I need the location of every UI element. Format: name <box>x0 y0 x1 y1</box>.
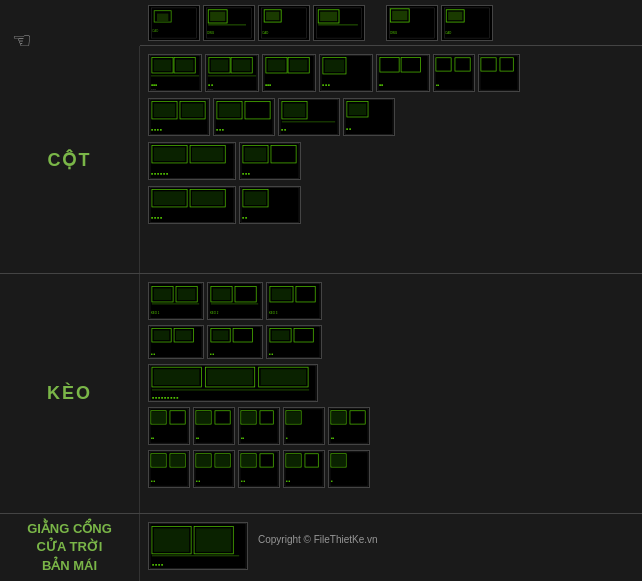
svg-text:■■: ■■ <box>196 436 200 440</box>
svg-rect-200 <box>332 412 345 423</box>
svg-rect-142 <box>272 288 291 300</box>
svg-text:CAD: CAD <box>445 31 451 35</box>
keo-row-2: ■ ■ ■ ■ ■ ■ <box>148 325 634 359</box>
svg-rect-43 <box>211 60 228 72</box>
svg-rect-226 <box>287 455 300 466</box>
cot-thumb-2-2[interactable]: ■ ■ ■ <box>213 98 275 136</box>
cot-thumb-1-2[interactable]: ■ ■COT <box>205 54 259 92</box>
svg-rect-115 <box>154 191 185 205</box>
cot-thumb-1-4[interactable]: ■ ■ ■ <box>319 54 373 92</box>
svg-rect-213 <box>197 455 210 466</box>
top-thumb-1[interactable]: CAD <box>148 5 200 41</box>
keo-thumb-5-5[interactable]: ■ <box>328 450 370 488</box>
svg-text:■ ■: ■ ■ <box>208 83 213 87</box>
keo-label-area: KÈO <box>0 274 140 513</box>
cot-thumb-4-1[interactable]: ■ ■ ■ ■ <box>148 186 236 224</box>
cot-thumb-3-2[interactable]: ■ ■ ■ <box>239 142 301 180</box>
keo-thumb-1-1[interactable]: KEO 1 <box>148 282 204 320</box>
top-thumb-4[interactable] <box>313 5 365 41</box>
svg-text:■: ■ <box>286 436 288 440</box>
cot-row-3: ■ ■ ■ ■ ■ ■ ■ ■ ■ <box>148 142 634 180</box>
cursor-icon: ☜ <box>12 28 32 54</box>
cot-row-1: ■■■COT ■ ■COT ■■■ ■ ■ ■ ■■ ■■ <box>148 54 634 92</box>
keo-row-1: KEO 1 KEO 2 KEO 3 <box>148 282 634 320</box>
keo-thumb-2-2[interactable]: ■ ■ <box>207 325 263 359</box>
keo-thumb-4-4[interactable]: ■ <box>283 407 325 445</box>
cot-thumb-1-1[interactable]: ■■■COT <box>148 54 202 92</box>
svg-text:■ ■: ■ ■ <box>281 128 286 132</box>
svg-text:KEO 2: KEO 2 <box>210 312 219 316</box>
giang-thumb-1[interactable]: ■ ■ ■ ■ <box>148 522 248 570</box>
svg-text:■■■: ■■■ <box>151 83 157 87</box>
svg-rect-97 <box>349 104 366 116</box>
svg-text:■ ■: ■ ■ <box>242 216 247 220</box>
svg-rect-208 <box>171 455 184 466</box>
svg-rect-150 <box>176 330 191 340</box>
top-thumb-6[interactable]: CAD <box>441 5 493 41</box>
svg-text:CAD: CAD <box>262 31 268 35</box>
keo-thumb-5-3[interactable]: ■ ■ <box>238 450 280 488</box>
svg-text:DWG: DWG <box>207 31 214 35</box>
cot-thumb-1-6[interactable]: ■■ <box>433 54 475 92</box>
svg-rect-14 <box>266 11 279 20</box>
cot-thumb-1-7[interactable] <box>478 54 520 92</box>
svg-text:■ ■ ■ ■ ■ ■ ■ ■ ■: ■ ■ ■ ■ ■ ■ ■ ■ ■ <box>152 396 178 400</box>
cot-thumb-2-3[interactable]: ■ ■ <box>278 98 340 136</box>
keo-thumb-4-3[interactable]: ■■ <box>238 407 280 445</box>
svg-rect-171 <box>261 369 306 385</box>
cot-thumb-1-5[interactable]: ■■ <box>376 54 430 92</box>
cot-thumb-3-1[interactable]: ■ ■ ■ ■ ■ ■ <box>148 142 236 180</box>
keo-thumb-1-3[interactable]: KEO 3 <box>266 282 322 320</box>
svg-rect-29 <box>448 11 462 20</box>
main-container: ☜ File Thiết Kế.vn CAD DWG CAD DWG CAD C… <box>0 0 642 581</box>
keo-thumb-2-1[interactable]: ■ ■ <box>148 325 204 359</box>
keo-thumb-5-2[interactable]: ■ ■ <box>193 450 235 488</box>
cot-row-2: ■ ■ ■ ■ ■ ■ ■ ■ ■ ■ ■ <box>148 98 634 136</box>
giang-cong-section: GIẰNG CỔNGCỬA TRỜIBẢN MÁI ■ ■ ■ ■ Copyri… <box>0 514 642 581</box>
keo-thumb-4-1[interactable]: ■■ <box>148 407 190 445</box>
svg-rect-232 <box>332 455 345 466</box>
svg-rect-129 <box>178 288 195 300</box>
cot-label-area: CỘT <box>0 46 140 273</box>
cot-thumb-4-2[interactable]: ■ ■ <box>239 186 301 224</box>
svg-rect-195 <box>287 412 300 423</box>
svg-rect-183 <box>197 412 210 423</box>
svg-rect-135 <box>213 288 230 300</box>
top-thumb-2[interactable]: DWG <box>203 5 255 41</box>
cot-thumb-1-3[interactable]: ■■■ <box>262 54 316 92</box>
svg-rect-78 <box>154 103 175 117</box>
svg-text:■ ■: ■ ■ <box>210 352 215 356</box>
keo-thumb-5-1[interactable]: ■ ■ <box>148 450 190 488</box>
keo-thumb-4-5[interactable]: ■■ <box>328 407 370 445</box>
keo-label: KÈO <box>47 383 92 404</box>
svg-rect-85 <box>219 103 240 117</box>
svg-text:■ ■ ■: ■ ■ ■ <box>322 83 330 87</box>
svg-text:COT: COT <box>208 88 214 91</box>
cot-section: CỘT ■■■COT ■ ■COT ■■■ ■ ■ ■ ■■ ■■ ■ ■ ■ … <box>0 46 642 274</box>
svg-rect-102 <box>154 147 185 161</box>
svg-text:■ ■ ■ ■ ■ ■: ■ ■ ■ ■ ■ ■ <box>151 172 168 176</box>
keo-thumb-5-4[interactable]: ■ ■ <box>283 450 325 488</box>
keo-thumb-1-2[interactable]: KEO 2 <box>207 282 263 320</box>
keo-thumb-2-3[interactable]: ■ ■ <box>266 325 322 359</box>
svg-text:■■■: ■■■ <box>265 83 271 87</box>
top-thumb-5[interactable]: DWG <box>386 5 438 41</box>
giang-cong-label: GIẰNG CỔNGCỬA TRỜIBẢN MÁI <box>27 520 112 575</box>
top-thumb-3[interactable]: CAD <box>258 5 310 41</box>
cot-thumb-2-4[interactable]: ■ ■ <box>343 98 395 136</box>
svg-text:■■: ■■ <box>436 83 440 87</box>
svg-rect-177 <box>152 412 165 423</box>
svg-text:■ ■: ■ ■ <box>286 479 291 483</box>
cot-thumb-2-1[interactable]: ■ ■ ■ ■ <box>148 98 210 136</box>
svg-rect-215 <box>216 455 229 466</box>
svg-rect-8 <box>210 11 225 20</box>
svg-text:■ ■: ■ ■ <box>241 479 246 483</box>
svg-rect-59 <box>325 60 344 73</box>
keo-thumb-4-2[interactable]: ■■ <box>193 407 235 445</box>
giang-cong-label-area: GIẰNG CỔNGCỬA TRỜIBẢN MÁI <box>0 514 140 581</box>
cot-label: CỘT <box>48 149 92 171</box>
svg-rect-34 <box>154 60 171 72</box>
svg-rect-61 <box>377 55 429 92</box>
keo-thumb-3-1[interactable]: ■ ■ ■ ■ ■ ■ ■ ■ ■ <box>148 364 318 402</box>
svg-rect-109 <box>245 147 266 161</box>
